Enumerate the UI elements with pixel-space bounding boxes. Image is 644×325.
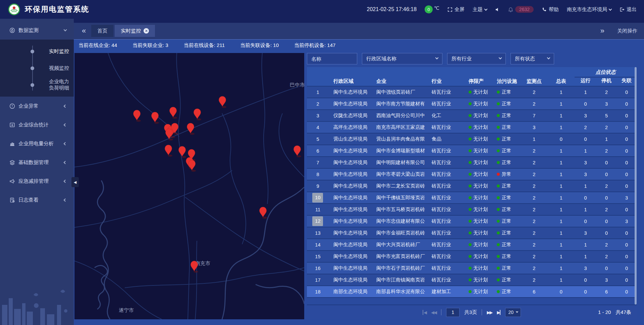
cell-company: 南部县科华水泥有限公 (372, 286, 427, 297)
tab-home[interactable]: 首页 (91, 25, 113, 37)
monitor-icon (9, 28, 15, 33)
close-icon[interactable]: ✕ (144, 28, 149, 34)
name-filter-input[interactable] (307, 53, 357, 64)
tabs-scroll-right-button[interactable]: » (596, 27, 608, 35)
cell-stopped: 0 (596, 168, 616, 180)
table-row[interactable]: 5营山生态环境局营山县润丰肉食品有限食品无计划正常10010 (307, 133, 637, 145)
tab-realtime-monitor[interactable]: 实时监控✕ (115, 25, 155, 37)
status-dot-icon (469, 126, 472, 129)
fullscreen-button[interactable]: 全屏 (447, 6, 465, 13)
prev-page-button[interactable]: ◀◀ (431, 310, 436, 315)
map-panel[interactable]: 巴中市南充市遂宁市 ◀ (74, 53, 304, 319)
tabs-scroll-left-button[interactable]: « (78, 27, 90, 35)
sidebar-item-video-monitor[interactable]: 视频监控 (0, 60, 74, 76)
theme-menu[interactable]: 主题 (473, 6, 487, 13)
cell-company: 西南油气田分公司川中 (372, 110, 427, 121)
status-filter-select[interactable]: 所有状态 (511, 53, 554, 64)
table-scroll-area: 行政区域 企业 行业 停限产 治污设施 监测点 总表 点位状态 (307, 67, 637, 305)
org-menu[interactable]: 南充市生态环境局 (567, 6, 611, 13)
cell-running: 0 (575, 192, 596, 204)
table-row[interactable]: 12阆中生态环境局阆中市忠信建材有限公砖瓦行业无计划正常21003 (307, 215, 637, 227)
sidebar-item-emergency-reduction[interactable]: 应急减排管理 (0, 172, 74, 191)
cell-total-meters: 1 (548, 251, 575, 262)
notifications-badge[interactable]: 2632 (508, 6, 534, 13)
cell-row-number: 7 (307, 157, 329, 168)
cell-pollution-facility: 异常 (492, 168, 521, 180)
last-page-button[interactable]: ▶ (497, 310, 500, 315)
table-row[interactable]: 18南部生态环境局南部县科华水泥有限公建材加工无计划正常60060 (307, 286, 637, 297)
status-dot-icon (469, 161, 472, 164)
status-dot-icon (497, 208, 500, 211)
cell-monitor-points: 3 (521, 121, 548, 133)
cell-running: 2 (575, 121, 596, 133)
cell-monitor-points: 2 (521, 262, 548, 274)
status-dot-icon (469, 231, 472, 234)
table-row[interactable]: 8阆中生态环境局阆中市枣碧大梁山页岩砖瓦行业无计划异常21300 (307, 168, 637, 180)
cell-stop-production: 无计划 (464, 133, 492, 145)
chevron-down-icon (484, 7, 487, 11)
table-row[interactable]: 15阆中生态环境局阆中市光富页岩机砖厂砖瓦行业无计划正常21120 (307, 251, 637, 262)
pager-divider (441, 309, 441, 315)
table-scrollbar[interactable] (635, 67, 637, 305)
sidebar-item-enterprise-statistics[interactable]: 企业综合统计 (0, 115, 74, 134)
cell-row-number: 8 (307, 168, 329, 180)
table-row[interactable]: 14阆中生态环境局阆中大兴页岩机砖厂砖瓦行业无计划正常21120 (307, 239, 637, 251)
table-row[interactable]: 7阆中生态环境局阆中明阳建材有限公司砖瓦行业无计划正常21300 (307, 157, 637, 168)
cell-industry: 砖瓦行业 (427, 168, 464, 180)
cell-region: 阆中生态环境局 (329, 262, 372, 274)
cell-monitor-points: 6 (521, 286, 548, 297)
cell-row-number: 12 (307, 215, 329, 227)
table-row[interactable]: 3仪陇生态环境局西南油气田分公司川中化工无计划正常71350 (307, 110, 637, 121)
industry-filter-select[interactable]: 所有行业 (447, 53, 506, 64)
collapse-map-button[interactable]: ◀ (71, 177, 79, 187)
table-row[interactable]: 16阆中生态环境局阆中市石子页岩机砖厂砖瓦行业无计划正常21300 (307, 262, 637, 274)
sidebar-item-enterprise-abnormal[interactable]: 企业异常 (0, 97, 74, 115)
sidebar-item-label: 基础数据管理 (18, 159, 61, 166)
table-row[interactable]: 11阆中生态环境局阆中市五马桥页岩机砖砖瓦行业无计划正常21120 (307, 204, 637, 215)
tab-bar: « 首页实时监控✕ » 关闭操作 (74, 19, 644, 40)
sidebar-item-data-monitoring[interactable]: 数据监测 (0, 21, 74, 40)
cell-company: 阆中强锐页岩砖厂 (372, 86, 427, 98)
status-dot-icon (497, 102, 500, 105)
page-number-input[interactable] (446, 308, 460, 317)
cell-pollution-facility: 正常 (492, 145, 521, 157)
next-page-button[interactable]: ▶▶ (487, 310, 492, 315)
cell-company: 阆中市金博瑞新型墙材 (372, 145, 427, 157)
sidebar-item-log-view[interactable]: 日志查看 (0, 191, 74, 209)
help-button[interactable]: 帮助 (542, 6, 559, 13)
status-dot-icon (497, 184, 500, 187)
cell-row-number: 6 (307, 145, 329, 157)
cell-row-number: 2 (307, 98, 329, 110)
sidebar-item-power-load-detail[interactable]: 企业电力负荷明细 (0, 76, 74, 93)
region-filter-select[interactable]: 行政区域名称 (362, 53, 442, 64)
cell-company: 阆中市南方节能建材有 (372, 98, 427, 110)
pagination-bar: ◀ ◀◀ 共3页 ▶▶ ▶ 20 (307, 305, 637, 319)
cell-industry: 砖瓦行业 (427, 204, 464, 215)
table-row[interactable]: 17阆中生态环境局阆中市江南镇阆南页岩砖瓦行业无计划正常21030 (307, 274, 637, 286)
table-row[interactable]: 9阆中生态环境局阆中市二龙长宝页岩砖砖瓦行业无计划正常21120 (307, 180, 637, 192)
table-row[interactable]: 2阆中生态环境局阆中市南方节能建材有砖瓦行业无计划正常21030 (307, 98, 637, 110)
first-page-button[interactable]: ◀ (423, 310, 426, 315)
cell-pollution-facility: 正常 (492, 251, 521, 262)
table-row[interactable]: 13阆中生态环境局阆中市金福旺页岩机砖砖瓦行业无计划正常21300 (307, 227, 637, 239)
col-monitor-points: 监测点 (521, 67, 548, 86)
mute-button[interactable] (495, 7, 500, 12)
stats-bar: 当前在线企业: 44当前失联企业: 3当前在线设备: 211当前失联设备: 10… (74, 40, 644, 51)
logout-button[interactable]: 退出 (620, 6, 637, 13)
tab-label: 实时监控 (121, 28, 141, 34)
table-row[interactable]: 1阆中生态环境局阆中强锐页岩砖厂砖瓦行业无计划正常21120 (307, 86, 637, 98)
table-row[interactable]: 6阆中生态环境局阆中市金博瑞新型墙材砖瓦行业无计划正常21120 (307, 145, 637, 157)
cell-company: 阆中明阳建材有限公司 (372, 157, 427, 168)
sidebar-item-base-data-management[interactable]: 基础数据管理 (0, 153, 74, 172)
col-region: 行政区域 (329, 67, 372, 86)
sidebar-item-power-usage-analysis[interactable]: 企业用电量分析 (0, 134, 74, 153)
close-operations-button[interactable]: 关闭操作 (617, 28, 637, 34)
chevron-left-icon (64, 123, 67, 126)
cell-total-meters: 1 (548, 168, 575, 180)
table-row[interactable]: 4高坪生态环境局南充市高坪区王家店建砖瓦行业无计划正常31220 (307, 121, 637, 133)
table-row[interactable]: 10阆中生态环境局阆中千佛镇五郎垭页岩砖瓦行业无计划正常21003 (307, 192, 637, 204)
cell-industry: 砖瓦行业 (427, 121, 464, 133)
sidebar-item-realtime-monitor[interactable]: 实时监控 (0, 43, 74, 60)
page-size-select[interactable]: 20 (505, 308, 521, 317)
cell-running: 3 (575, 168, 596, 180)
